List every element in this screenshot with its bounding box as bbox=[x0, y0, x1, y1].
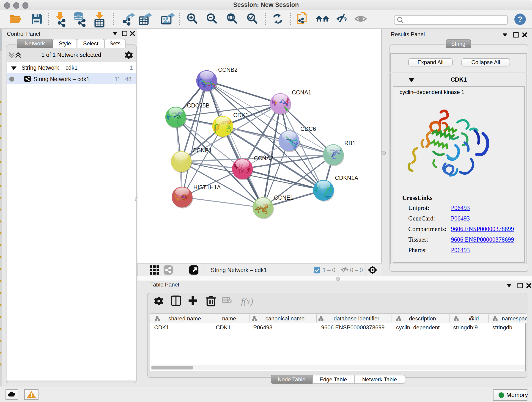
svg-text:CCNA1: CCNA1 bbox=[292, 89, 311, 95]
svg-text:f(x): f(x) bbox=[241, 296, 253, 306]
svg-text:9606.ENSP00000378699: 9606.ENSP00000378699 bbox=[321, 324, 385, 330]
svg-text:1 – 0: 1 – 0 bbox=[323, 267, 336, 273]
svg-text:database identifier: database identifier bbox=[333, 315, 379, 321]
svg-text:CDKN1A: CDKN1A bbox=[335, 174, 358, 181]
svg-text:?: ? bbox=[518, 15, 523, 23]
svg-text:CDC25B: CDC25B bbox=[187, 102, 210, 108]
svg-text:RB1: RB1 bbox=[344, 140, 355, 146]
svg-text:shared name: shared name bbox=[168, 315, 201, 321]
svg-text:CDK1: CDK1 bbox=[233, 112, 249, 118]
svg-text:name: name bbox=[222, 315, 236, 321]
svg-text:canonical name: canonical name bbox=[265, 315, 304, 321]
svg-text:HIST1H1A: HIST1H1A bbox=[193, 184, 221, 190]
svg-text:CDK1: CDK1 bbox=[215, 324, 230, 330]
svg-text:@id: @id bbox=[469, 315, 479, 321]
svg-text:CDC6: CDC6 bbox=[300, 125, 316, 132]
svg-text:CCNB2: CCNB2 bbox=[218, 66, 238, 73]
svg-text:cyclin–dependent ...: cyclin–dependent ... bbox=[396, 324, 446, 330]
svg-text:String Network – cdk1: String Network – cdk1 bbox=[211, 267, 267, 273]
svg-text:description: description bbox=[409, 315, 436, 321]
svg-text:stringdb:9...: stringdb:9... bbox=[453, 324, 482, 330]
svg-text:CCNA2: CCNA2 bbox=[254, 155, 273, 161]
svg-text:P06493: P06493 bbox=[253, 324, 272, 330]
svg-text:CCNE1: CCNE1 bbox=[274, 194, 293, 201]
svg-text:CDK1: CDK1 bbox=[154, 324, 169, 330]
svg-text:CCNB1: CCNB1 bbox=[192, 147, 212, 153]
svg-text:stringdb: stringdb bbox=[492, 324, 512, 330]
svg-text:0 – 0: 0 – 0 bbox=[350, 267, 363, 273]
svg-text:namespac: namespac bbox=[501, 315, 527, 321]
